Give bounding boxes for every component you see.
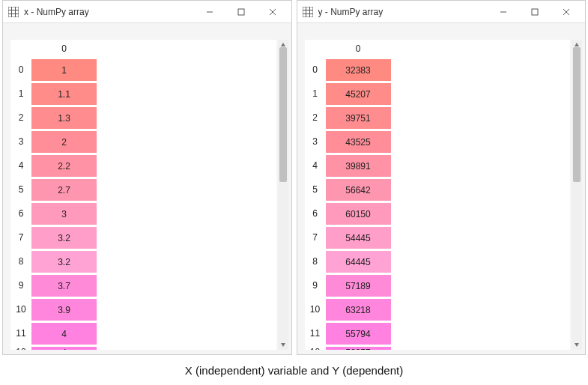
minimize-button[interactable] [194,1,225,22]
cell[interactable]: 39751 [326,106,391,130]
row-index[interactable]: 9 [305,273,326,297]
cell[interactable]: 55794 [326,321,391,345]
row-index[interactable]: 5 [10,178,31,201]
window-controls [194,1,288,22]
scrollbar-thumb[interactable] [573,47,581,182]
row-index[interactable]: 10 [305,297,326,321]
row-index[interactable]: 8 [10,249,31,273]
svg-rect-11 [303,7,313,17]
cell[interactable]: 3.2 [31,225,97,249]
cell[interactable]: 45207 [326,82,391,106]
scroll-down-icon[interactable] [572,339,582,350]
row-index[interactable]: 8 [305,249,326,273]
vertical-scrollbar[interactable] [278,40,288,350]
table-row: 124 [10,345,276,350]
caption-text: X (independent) variable and Y (dependen… [0,355,588,385]
table-row: 32 [10,130,276,154]
cell[interactable]: 3.7 [31,273,97,297]
cell[interactable]: 1.1 [31,82,97,106]
table-row: 01 [10,58,276,82]
row-index[interactable]: 12 [10,345,31,350]
column-header[interactable]: 0 [326,40,391,58]
row-index[interactable]: 6 [10,201,31,225]
row-index[interactable]: 4 [10,154,31,178]
cell[interactable]: 2.7 [31,178,97,201]
row-index[interactable]: 2 [305,106,326,130]
table-row: 42.2 [10,154,276,178]
row-index[interactable]: 11 [305,321,326,345]
row-index[interactable]: 7 [10,225,31,249]
column-header[interactable]: 0 [31,40,97,58]
cell[interactable]: 32383 [326,58,391,82]
table-row: 63 [10,201,276,225]
maximize-button[interactable] [225,1,257,22]
cell[interactable]: 56642 [326,178,391,201]
cell[interactable]: 43525 [326,130,391,154]
svg-marker-21 [575,343,579,347]
scroll-down-icon[interactable] [278,339,288,350]
scrollbar-thumb[interactable] [279,47,287,182]
table-row: 343525 [305,130,571,154]
table-row: 957189 [305,273,571,297]
cell[interactable]: 64445 [326,249,391,273]
row-index[interactable]: 0 [305,58,326,82]
window-controls [488,1,582,22]
row-index[interactable]: 4 [305,154,326,178]
table-row: 1155794 [305,321,571,345]
grid-icon [7,6,19,18]
table-row: 032383 [305,58,571,82]
cell[interactable]: 4 [31,345,97,350]
rows-container: 032383 145207 239751 343525 439891 55664… [305,58,571,350]
vertical-scrollbar[interactable] [572,40,582,350]
cell[interactable]: 3 [31,201,97,225]
row-index[interactable]: 12 [305,345,326,350]
row-index[interactable]: 7 [305,225,326,249]
array-view-y: 0 032383 145207 239751 343525 439891 556… [297,23,586,354]
table-row: 103.9 [10,297,276,321]
table-x: 0 01 11.1 21.3 32 42.2 52.7 63 73.2 83.2… [10,40,276,350]
svg-marker-20 [575,43,579,46]
row-index[interactable]: 0 [10,58,31,82]
svg-marker-10 [281,343,285,347]
table-row: 11.1 [10,82,276,106]
row-index[interactable]: 9 [10,273,31,297]
cell[interactable]: 56957 [326,345,391,350]
cell[interactable]: 1 [31,58,97,82]
table-row: 864445 [305,249,571,273]
table-row: 83.2 [10,249,276,273]
table-row: 52.7 [10,178,276,201]
cell[interactable]: 60150 [326,201,391,225]
cell[interactable]: 39891 [326,154,391,178]
cell[interactable]: 4 [31,321,97,345]
table-row: 1063218 [305,297,571,321]
cell[interactable]: 1.3 [31,106,97,130]
cell[interactable]: 57189 [326,273,391,297]
table-row: 660150 [305,201,571,225]
minimize-button[interactable] [488,1,519,22]
table-y: 0 032383 145207 239751 343525 439891 556… [305,40,571,350]
window-x: x - NumPy array 0 01 11.1 21.3 32 42.2 5… [2,0,292,355]
row-index[interactable]: 1 [10,82,31,106]
cell[interactable]: 54445 [326,225,391,249]
cell[interactable]: 2 [31,130,97,154]
row-index[interactable]: 3 [10,130,31,154]
row-index[interactable]: 2 [10,106,31,130]
cell[interactable]: 3.2 [31,249,97,273]
row-index[interactable]: 3 [305,130,326,154]
row-index[interactable]: 5 [305,178,326,201]
cell[interactable]: 3.9 [31,297,97,321]
row-index[interactable]: 10 [10,297,31,321]
close-button[interactable] [551,1,582,22]
svg-rect-0 [8,7,19,17]
maximize-button[interactable] [519,1,551,22]
close-button[interactable] [257,1,288,22]
row-index[interactable]: 6 [305,201,326,225]
table-row: 1256957 [305,345,571,350]
window-y: y - NumPy array 0 032383 145207 239751 3… [297,0,587,355]
cell[interactable]: 2.2 [31,154,97,178]
cell[interactable]: 63218 [326,297,391,321]
array-view-x: 0 01 11.1 21.3 32 42.2 52.7 63 73.2 83.2… [3,23,291,354]
row-index[interactable]: 1 [305,82,326,106]
svg-rect-17 [532,9,538,15]
row-index[interactable]: 11 [10,321,31,345]
